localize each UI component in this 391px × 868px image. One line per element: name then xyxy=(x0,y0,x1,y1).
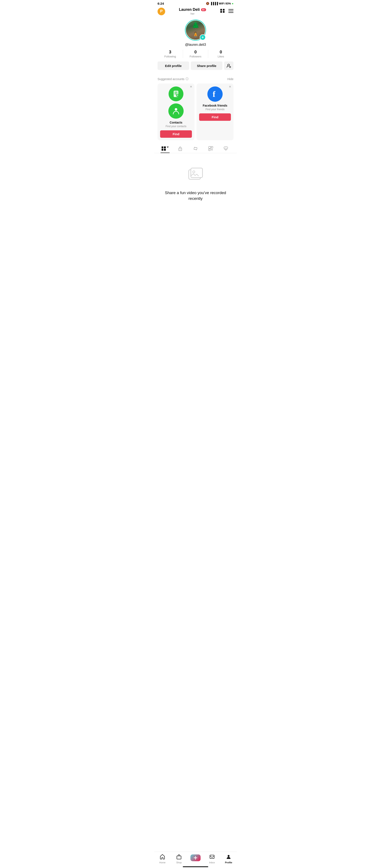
wifi-icon: WiFi xyxy=(219,2,224,5)
facebook-find-button[interactable]: Find xyxy=(199,113,231,121)
profile-label: Profile xyxy=(225,861,232,864)
home-label: Home xyxy=(159,861,166,864)
suggested-header: Suggested accounts ⓘ Hide xyxy=(157,77,234,81)
contacts-card: ✕ Contacts Find your con xyxy=(157,84,194,140)
followers-count: 0 xyxy=(194,50,197,55)
likes-label: Likes xyxy=(218,55,224,58)
nav-home[interactable]: Home xyxy=(154,853,171,865)
svg-text:f: f xyxy=(213,90,216,98)
tab-locked[interactable] xyxy=(173,144,188,153)
plus-icon xyxy=(193,855,198,860)
svg-rect-25 xyxy=(177,856,181,859)
svg-rect-3 xyxy=(223,11,224,13)
notification-badge: 9+ xyxy=(201,8,206,11)
status-time: 6:24 xyxy=(157,2,164,5)
menu-button[interactable] xyxy=(229,9,234,14)
status-bar: 6:24 🔕 ▐▐▐▐ WiFi 93% ● xyxy=(154,0,237,6)
phone-icon xyxy=(172,90,180,98)
profile-icon xyxy=(226,854,231,861)
nav-inbox[interactable]: Inbox xyxy=(204,853,220,865)
svg-rect-14 xyxy=(164,147,166,148)
stat-followers[interactable]: 0 Followers xyxy=(183,50,208,58)
svg-rect-16 xyxy=(164,149,166,151)
tab-repost[interactable] xyxy=(188,144,203,153)
home-indicator xyxy=(183,866,208,867)
nav-profile[interactable]: Profile xyxy=(220,853,237,865)
hide-button[interactable]: Hide xyxy=(227,78,234,81)
nav-subtitle: her xyxy=(191,12,194,15)
facebook-card-close[interactable]: ✕ xyxy=(229,85,231,88)
stat-likes[interactable]: 0 Likes xyxy=(208,50,234,58)
following-label: Following xyxy=(164,55,176,58)
profile-section: + @lauren.deli3 3 Following 0 Followers … xyxy=(154,18,237,77)
inbox-icon xyxy=(209,854,215,861)
action-buttons: Edit profile Share profile xyxy=(157,61,234,70)
svg-point-18 xyxy=(180,149,181,150)
svg-rect-20 xyxy=(211,147,213,148)
tray-icon xyxy=(220,8,225,13)
svg-point-11 xyxy=(176,94,179,97)
share-profile-button[interactable]: Share profile xyxy=(191,61,222,70)
following-count: 3 xyxy=(169,50,171,55)
suggested-accounts-section: Suggested accounts ⓘ Hide ✕ xyxy=(154,77,237,140)
content-tabs xyxy=(154,144,237,153)
svg-rect-15 xyxy=(161,149,163,151)
tab-videos[interactable] xyxy=(157,144,173,153)
tray-icon-button[interactable] xyxy=(220,8,225,14)
stat-following[interactable]: 3 Following xyxy=(157,50,183,58)
nav-avatar-button[interactable]: P xyxy=(157,8,165,15)
contacts-icon xyxy=(169,87,183,101)
home-icon xyxy=(160,854,165,861)
contacts-card-close[interactable]: ✕ xyxy=(190,85,192,88)
nav-right-icons xyxy=(220,8,234,14)
tagged-icon xyxy=(208,146,213,151)
facebook-card-subtitle: Find your friends xyxy=(206,108,224,111)
svg-rect-21 xyxy=(209,149,210,151)
svg-rect-1 xyxy=(223,9,224,10)
facebook-big-icon: f xyxy=(207,87,223,102)
svg-rect-5 xyxy=(229,10,234,11)
empty-state-icon xyxy=(187,166,204,186)
status-icons: 🔕 ▐▐▐▐ WiFi 93% ● xyxy=(206,2,234,5)
svg-rect-0 xyxy=(220,9,222,10)
dropdown-arrow-icon xyxy=(167,146,169,148)
menu-icon xyxy=(229,9,234,13)
empty-state: Share a fun video you've recorded recent… xyxy=(154,153,237,210)
nav-username: Lauren Deli 9+ xyxy=(179,7,206,12)
tab-tagged[interactable] xyxy=(203,144,218,153)
info-icon: ⓘ xyxy=(185,77,188,81)
top-nav: P Lauren Deli 9+ her xyxy=(154,6,237,18)
nav-create[interactable] xyxy=(187,853,204,865)
contacts-find-button[interactable]: Find xyxy=(160,130,192,138)
svg-rect-4 xyxy=(229,9,234,10)
avatar-container: + xyxy=(185,20,206,41)
facebook-card: ✕ f Facebook friends Find your friends F… xyxy=(197,84,234,140)
followers-label: Followers xyxy=(189,55,202,58)
svg-rect-2 xyxy=(220,11,222,13)
suggested-cards: ✕ Contacts Find your con xyxy=(157,84,234,140)
profile-handle: @lauren.deli3 xyxy=(185,43,206,46)
bottom-nav: Home Shop xyxy=(154,852,237,868)
mute-icon: 🔕 xyxy=(206,2,209,5)
svg-rect-13 xyxy=(161,147,163,148)
tab-liked[interactable] xyxy=(218,144,234,153)
svg-rect-6 xyxy=(229,12,234,13)
svg-rect-23 xyxy=(191,168,203,178)
avatar-add-button[interactable]: + xyxy=(200,34,206,40)
add-friend-icon xyxy=(227,63,231,68)
likes-count: 0 xyxy=(220,50,222,55)
heart-icon xyxy=(223,146,228,151)
contacts-big-icon xyxy=(168,103,184,119)
empty-state-text: Share a fun video you've recorded recent… xyxy=(162,190,229,201)
contacts-card-title: Contacts xyxy=(170,121,182,124)
svg-point-29 xyxy=(228,855,230,857)
nav-shop[interactable]: Shop xyxy=(171,853,187,865)
username-text: Lauren Deli xyxy=(179,7,200,12)
svg-rect-28 xyxy=(210,855,214,859)
contacts-card-subtitle: Find your contacts xyxy=(166,125,186,128)
repost-icon xyxy=(193,146,198,151)
stats-row: 3 Following 0 Followers 0 Likes xyxy=(157,50,234,58)
add-friend-button[interactable] xyxy=(224,61,234,70)
create-button xyxy=(190,855,201,861)
edit-profile-button[interactable]: Edit profile xyxy=(157,61,189,70)
